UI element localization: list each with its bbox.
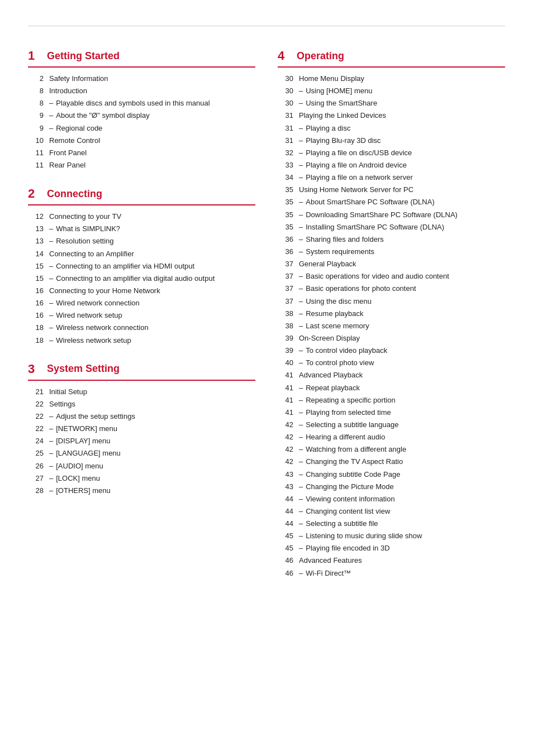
toc-page-num: 35 (278, 184, 293, 195)
toc-page-num: 30 (278, 73, 293, 84)
toc-page-num: 9 (28, 123, 44, 134)
toc-label: – Repeating a specific portion (299, 395, 396, 406)
toc-page-num: 9 (28, 110, 44, 121)
toc-entry: 41Advanced Playback (278, 370, 505, 381)
toc-dash: – (49, 473, 53, 484)
toc-dash: – (49, 485, 53, 496)
toc-dash: – (299, 432, 303, 443)
toc-label: – About the "Ø" symbol display (49, 110, 150, 121)
toc-label-text: [OTHERS] menu (56, 485, 111, 496)
toc-label: Playing the Linked Devices (299, 110, 386, 121)
toc-page-num: 46 (278, 555, 293, 566)
toc-label: – About SmartShare PC Software (DLNA) (299, 197, 435, 208)
toc-label-text: Remote Control (49, 136, 100, 145)
toc-page-num: 37 (278, 259, 293, 270)
toc-entry: 44– Viewing content information (278, 494, 505, 505)
toc-label: – Basic operations for video and audio c… (299, 271, 449, 282)
toc-dash: – (49, 461, 53, 472)
toc-label-text: Wireless network setup (56, 335, 131, 346)
toc-label: – Sharing files and folders (299, 234, 384, 245)
toc-label-text: Home Menu Display (299, 74, 364, 83)
toc-dash: – (299, 296, 303, 307)
section-num-2: 2 (28, 186, 39, 201)
toc-entry: 37– Basic operations for photo content (278, 283, 505, 294)
toc-label-text: [LANGUAGE] menu (56, 448, 121, 459)
toc-page-num: 18 (28, 322, 44, 333)
toc-entry: 34– Playing a file on a network server (278, 172, 505, 183)
section-title-3: System Setting (47, 363, 120, 375)
toc-label-text: Connecting to an Amplifier (49, 250, 134, 258)
toc-label-text: To control photo view (306, 357, 374, 369)
toc-label-text: General Playback (299, 260, 356, 268)
toc-label-text: Wired network setup (56, 310, 122, 321)
toc-label-text: Connecting to your TV (49, 212, 121, 221)
toc-label: Safety Information (49, 73, 108, 84)
toc-label: – Playing from selected time (299, 407, 391, 418)
toc-page-num: 31 (278, 110, 293, 121)
toc-entry: 13– Resolution setting (28, 236, 255, 247)
toc-label-text: Resolution setting (56, 236, 113, 247)
toc-dash: – (299, 543, 303, 554)
toc-page-num: 27 (28, 473, 44, 484)
toc-entry: 42– Selecting a subtitle language (278, 419, 505, 430)
toc-label: – [AUDIO] menu (49, 461, 103, 472)
toc-dash: – (299, 283, 303, 294)
section-title-4: Operating (297, 50, 344, 62)
toc-entry: 39– To control video playback (278, 345, 505, 356)
toc-dash: – (299, 271, 303, 282)
toc-entry: 41– Repeat playback (278, 382, 505, 394)
toc-label-text: Using [HOME] menu (306, 85, 372, 97)
toc-label: – [LANGUAGE] menu (49, 448, 121, 459)
toc-page-num: 13 (28, 223, 44, 235)
toc-entry: 15– Connecting to an amplifier via HDMI … (28, 261, 255, 272)
toc-label-text: Wired network connection (56, 298, 140, 309)
toc-label: Front Panel (49, 147, 87, 159)
toc-entry: 44– Selecting a subtitle file (278, 518, 505, 529)
section-header-1: 1Getting Started (28, 49, 255, 68)
toc-label: – Resolution setting (49, 236, 114, 247)
toc-label: On-Screen Display (299, 333, 360, 344)
toc-label: – Changing the Picture Mode (299, 481, 394, 492)
toc-label-text: Playing file encoded in 3D (306, 543, 389, 554)
section-header-2: 2Connecting (28, 186, 255, 205)
toc-page-num: 41 (278, 370, 293, 381)
section-4: 4Operating30Home Menu Display30– Using [… (278, 49, 505, 579)
toc-label: – Using [HOME] menu (299, 85, 372, 97)
toc-label-text: Using the disc menu (306, 296, 372, 307)
toc-label: – Selecting a subtitle file (299, 518, 378, 529)
section-2: 2Connecting12Connecting to your TV13– Wh… (28, 186, 255, 346)
toc-label-text: Last scene memory (306, 320, 369, 332)
toc-page-num: 2 (28, 73, 44, 84)
toc-label-text: Playable discs and symbols used in this … (56, 98, 210, 109)
toc-entry: 42– Changing the TV Aspect Ratio (278, 456, 505, 467)
toc-page-num: 37 (278, 283, 293, 294)
toc-entry: 42– Hearing a different audio (278, 432, 505, 443)
toc-label: Using Home Network Server for PC (299, 184, 413, 195)
toc-label-text: Adjust the setup settings (56, 411, 135, 422)
toc-page-num: 39 (278, 333, 293, 344)
toc-dash: – (49, 448, 53, 459)
toc-dash: – (49, 423, 53, 434)
toc-dash: – (299, 197, 303, 208)
toc-entry: 18– Wireless network connection (28, 322, 255, 333)
toc-page-num: 22 (28, 411, 44, 422)
toc-label-text: Repeat playback (306, 382, 360, 394)
toc-label: – Repeat playback (299, 382, 360, 394)
toc-dash: – (49, 236, 53, 247)
toc-page-num: 42 (278, 419, 293, 430)
toc-label: – Installing SmartShare PC Software (DLN… (299, 222, 444, 233)
toc-page-num: 43 (278, 469, 293, 480)
toc-label-text: Watching from a different angle (306, 444, 406, 455)
toc-entry: 44– Changing content list view (278, 506, 505, 517)
toc-dash: – (299, 222, 303, 233)
toc-label: – Playing a disc (299, 123, 350, 134)
toc-dash: – (299, 209, 303, 221)
toc-label-text: Selecting a subtitle language (306, 419, 398, 430)
page: 1Getting Started2Safety Information8Intr… (0, 0, 533, 617)
toc-page-num: 46 (278, 568, 293, 579)
toc-page-num: 35 (278, 209, 293, 221)
toc-dash: – (49, 298, 53, 309)
toc-page-num: 31 (278, 123, 293, 134)
toc-label-text: Rear Panel (49, 161, 85, 169)
toc-page-num: 16 (28, 298, 44, 309)
